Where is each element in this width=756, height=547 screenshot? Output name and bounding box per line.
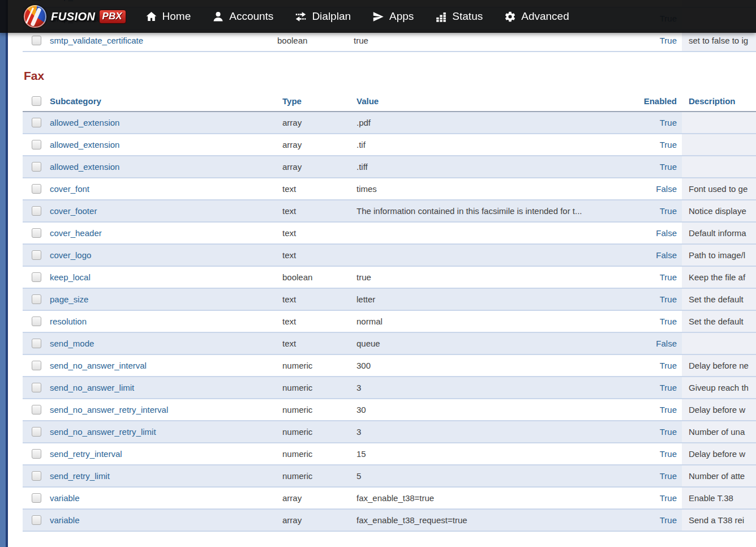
subcategory-link[interactable]: allowed_extension [50, 118, 119, 127]
nav-item-accounts[interactable]: Accounts [212, 10, 273, 23]
type-cell: text [282, 289, 356, 310]
subcategory-link[interactable]: smtp_validate_certificate [50, 36, 143, 45]
subcategory-link[interactable]: variable [50, 515, 80, 525]
value-cell: .tif [356, 134, 633, 155]
enabled-link[interactable]: False [656, 250, 677, 260]
nav-item-status[interactable]: Status [435, 10, 483, 23]
row-checkbox[interactable] [32, 515, 41, 525]
status-chart-icon [435, 11, 447, 23]
row-checkbox[interactable] [32, 36, 41, 45]
nav-item-label: Home [162, 10, 191, 23]
nav-item-label: Apps [389, 10, 414, 23]
row-checkbox[interactable] [32, 294, 41, 304]
subcategory-link[interactable]: send_no_answer_limit [50, 383, 134, 392]
brand-pbx-text: PBX [99, 10, 126, 24]
type-cell: numeric [282, 377, 356, 398]
row-checkbox[interactable] [32, 361, 41, 370]
subcategory-link[interactable]: send_retry_limit [50, 471, 110, 481]
value-cell: true [356, 267, 633, 288]
enabled-link[interactable]: False [656, 228, 677, 238]
fusionpbx-shield-icon [23, 4, 48, 29]
table-row: cover_header text False Default informa [23, 223, 756, 245]
subcategory-link[interactable]: send_retry_interval [50, 449, 122, 459]
table-row: keep_local boolean true True Keep the fi… [23, 267, 756, 289]
enabled-link[interactable]: True [660, 515, 677, 525]
subcategory-link[interactable]: send_no_answer_retry_interval [50, 405, 168, 414]
row-checkbox[interactable] [32, 493, 41, 503]
row-checkbox[interactable] [32, 405, 41, 414]
row-checkbox[interactable] [32, 118, 41, 127]
table-row: send_mode text queue False [23, 333, 756, 355]
subcategory-link[interactable]: cover_logo [50, 250, 91, 260]
row-checkbox[interactable] [32, 383, 41, 392]
table-row: variable array fax_enable_t38_request=tr… [23, 510, 756, 532]
description-cell: Number of una [682, 421, 756, 442]
enabled-link[interactable]: True [660, 405, 677, 414]
nav-item-dialplan[interactable]: Dialplan [295, 10, 351, 23]
table-row: send_no_answer_limit numeric 3 True Give… [23, 377, 756, 399]
subcategory-link[interactable]: variable [50, 493, 80, 503]
enabled-link[interactable]: True [660, 427, 677, 437]
value-cell [356, 245, 633, 266]
select-all-checkbox[interactable] [32, 96, 41, 106]
row-checkbox[interactable] [32, 272, 41, 282]
header-subcategory: Subcategory [50, 91, 282, 111]
row-checkbox[interactable] [32, 228, 41, 238]
row-checkbox[interactable] [32, 184, 41, 194]
header-enabled: Enabled [633, 91, 682, 111]
value-cell: true [354, 30, 633, 51]
row-checkbox[interactable] [32, 339, 41, 348]
nav-item-apps[interactable]: Apps [372, 10, 414, 23]
row-checkbox[interactable] [32, 140, 41, 149]
enabled-link[interactable]: True [660, 383, 677, 392]
enabled-link[interactable]: True [660, 471, 677, 481]
row-checkbox[interactable] [32, 317, 41, 326]
subcategory-link[interactable]: send_no_answer_retry_limit [50, 427, 156, 437]
enabled-link[interactable]: True [660, 118, 677, 127]
nav-item-advanced[interactable]: Advanced [504, 10, 569, 23]
enabled-link[interactable]: True [660, 449, 677, 459]
type-cell: array [282, 510, 356, 531]
type-cell: text [282, 223, 356, 243]
enabled-link[interactable]: True [660, 493, 677, 503]
table-row: send_no_answer_retry_limit numeric 3 Tru… [23, 421, 756, 443]
row-checkbox[interactable] [32, 250, 41, 260]
main-menu: Home Accounts Dialplan Apps Status [145, 10, 569, 23]
subcategory-link[interactable]: allowed_extension [50, 140, 119, 149]
subcategory-link[interactable]: cover_font [50, 184, 89, 194]
enabled-link[interactable]: False [656, 339, 677, 348]
enabled-link[interactable]: False [656, 184, 677, 194]
row-checkbox[interactable] [32, 471, 41, 481]
fusionpbx-logo[interactable]: FUSION PBX [23, 4, 126, 29]
subcategory-link[interactable]: cover_footer [50, 206, 97, 216]
value-cell: times [356, 178, 633, 199]
row-checkbox[interactable] [32, 449, 41, 459]
row-checkbox[interactable] [32, 206, 41, 216]
description-cell: Set the default [682, 289, 756, 310]
table-row: cover_footer text The information contai… [23, 200, 756, 223]
subcategory-link[interactable]: cover_header [50, 228, 102, 238]
description-cell: Giveup reach th [682, 377, 756, 398]
subcategory-link[interactable]: send_no_answer_interval [50, 361, 147, 370]
fax-table-body: allowed_extension array .pdf True allowe… [23, 112, 756, 532]
type-cell: text [282, 245, 356, 266]
subcategory-link[interactable]: allowed_extension [50, 162, 119, 172]
enabled-link[interactable]: True [660, 294, 677, 304]
value-cell: .pdf [356, 112, 633, 133]
enabled-link[interactable]: True [660, 361, 677, 370]
subcategory-link[interactable]: resolution [50, 317, 87, 326]
enabled-link[interactable]: True [660, 140, 677, 149]
enabled-link[interactable]: True [660, 162, 677, 172]
subcategory-link[interactable]: page_size [50, 294, 88, 304]
enabled-link[interactable]: True [660, 317, 677, 326]
type-cell: boolean [282, 267, 356, 288]
description-cell: Path to image/l [682, 245, 756, 266]
row-checkbox[interactable] [32, 427, 41, 437]
subcategory-link[interactable]: keep_local [50, 272, 91, 282]
nav-item-home[interactable]: Home [145, 10, 191, 23]
subcategory-link[interactable]: send_mode [50, 339, 94, 348]
enabled-link[interactable]: True [660, 206, 677, 216]
enabled-link[interactable]: True [660, 36, 677, 45]
row-checkbox[interactable] [32, 162, 41, 172]
enabled-link[interactable]: True [660, 272, 677, 282]
